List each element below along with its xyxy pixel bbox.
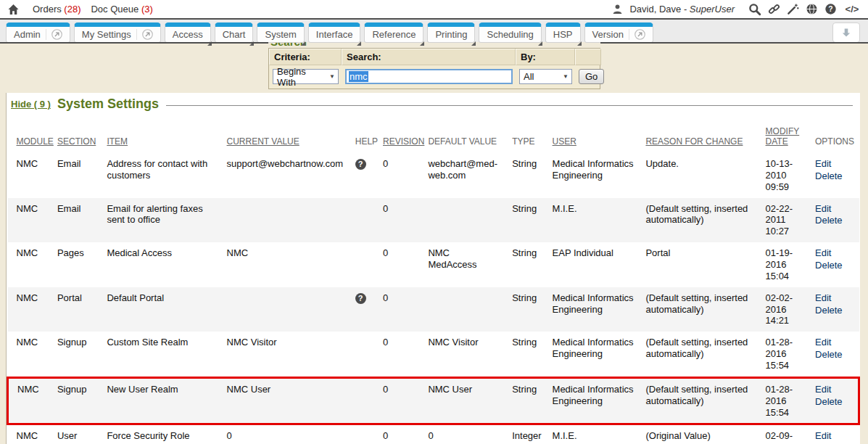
col-header-section[interactable]: SECTION bbox=[57, 116, 107, 153]
cell-user: M.I.E. bbox=[553, 198, 646, 243]
tab-hsp[interactable]: HSP bbox=[545, 22, 581, 43]
search-input[interactable]: nmc bbox=[345, 69, 513, 84]
col-header-reason-for-change[interactable]: REASON FOR CHANGE bbox=[645, 116, 765, 153]
webchart-admin-screen: Orders (28) Doc Queue (3) David, Dave - … bbox=[0, 0, 868, 444]
table-row: NMCUser SecurityForce Security Role000In… bbox=[8, 424, 859, 444]
cell-options: EditDelete bbox=[815, 424, 859, 444]
cell-revision: 0 bbox=[383, 377, 428, 424]
criteria-select[interactable]: Begins With▼ bbox=[273, 69, 339, 84]
delete-link[interactable]: Delete bbox=[815, 170, 853, 182]
cell-user: Medical Informatics Engineering bbox=[553, 332, 646, 377]
tabbar: Admin My Settings Access Chart System In… bbox=[0, 20, 868, 42]
svg-text:?: ? bbox=[828, 5, 832, 13]
cell-default-value bbox=[428, 287, 512, 332]
cell-user: Medical Informatics Engineering bbox=[553, 287, 646, 332]
edit-link[interactable]: Edit bbox=[815, 158, 853, 170]
go-button[interactable]: Go bbox=[579, 69, 604, 84]
cell-current-value: NMC Visitor bbox=[227, 332, 355, 377]
wand-icon[interactable] bbox=[787, 3, 799, 15]
cell-modify-date: 02-09-2010 21:01 bbox=[766, 424, 815, 444]
col-header-modify-date[interactable]: MODIFY DATE bbox=[766, 116, 815, 153]
col-header-user[interactable]: USER bbox=[553, 116, 646, 153]
search-icon[interactable] bbox=[748, 3, 761, 16]
tab-access[interactable]: Access bbox=[165, 22, 211, 43]
tab-my-settings[interactable]: My Settings bbox=[74, 22, 161, 43]
tab-version[interactable]: Version bbox=[584, 22, 653, 43]
edit-link[interactable]: Edit bbox=[815, 292, 853, 304]
cell-item: Email for alerting faxes sent to office bbox=[107, 198, 226, 243]
cell-type: String bbox=[512, 153, 552, 198]
link-icon[interactable] bbox=[768, 3, 780, 15]
user-icon bbox=[612, 4, 623, 15]
tab-admin[interactable]: Admin bbox=[6, 22, 70, 43]
cell-revision: 0 bbox=[383, 242, 428, 287]
cell-modify-date: 01-28-2016 15:54 bbox=[766, 377, 815, 424]
cell-modify-date: 02-22-2011 10:27 bbox=[766, 198, 815, 243]
delete-link[interactable]: Delete bbox=[815, 260, 853, 271]
cell-default-value: NMC User bbox=[428, 377, 512, 424]
home-icon[interactable] bbox=[7, 4, 20, 15]
tab-reference[interactable]: Reference bbox=[364, 22, 423, 43]
delete-link[interactable]: Delete bbox=[815, 305, 853, 316]
cell-current-value: 0 bbox=[227, 424, 355, 444]
orders-count: (28) bbox=[64, 4, 80, 15]
cell-current-value bbox=[227, 287, 355, 332]
cell-type: String bbox=[512, 287, 552, 332]
edit-link[interactable]: Edit bbox=[815, 203, 853, 215]
help-icon[interactable]: ? bbox=[355, 293, 366, 304]
edit-link[interactable]: Edit bbox=[815, 337, 853, 348]
chevron-down-icon: ▼ bbox=[563, 73, 569, 80]
external-link-icon bbox=[46, 29, 62, 40]
table-header-row: MODULESECTIONITEMCURRENT VALUEHELPREVISI… bbox=[8, 116, 859, 153]
table-row: NMCEmailAddress for contact with custome… bbox=[8, 153, 859, 198]
cell-default-value: NMC Visitor bbox=[428, 332, 512, 377]
tab-printing[interactable]: Printing bbox=[427, 22, 475, 43]
cell-help: ? bbox=[355, 153, 383, 198]
hide-link[interactable]: Hide ( 9 ) bbox=[11, 99, 51, 110]
by-select[interactable]: All▼ bbox=[519, 69, 572, 84]
help-icon[interactable]: ? bbox=[355, 159, 366, 170]
cell-reason-for-change: (Default setting, inserted automatically… bbox=[645, 198, 765, 243]
cell-type: String bbox=[512, 377, 552, 424]
collapse-menu-button[interactable] bbox=[832, 22, 860, 43]
cell-reason-for-change: (Default setting, inserted automatically… bbox=[645, 377, 765, 424]
help-icon[interactable]: ? bbox=[824, 3, 837, 15]
cell-item: Custom Site Realm bbox=[107, 332, 226, 377]
delete-link[interactable]: Delete bbox=[815, 215, 853, 226]
delete-link[interactable]: Delete bbox=[815, 396, 852, 408]
system-settings-panel: Hide ( 9 ) System Settings MODULESECTION… bbox=[6, 93, 860, 444]
col-header-item[interactable]: ITEM bbox=[107, 116, 226, 153]
edit-link[interactable]: Edit bbox=[815, 247, 853, 259]
cell-default-value: webchart@med-web.com bbox=[428, 153, 512, 198]
tab-chart[interactable]: Chart bbox=[215, 22, 254, 43]
search-input-value: nmc bbox=[349, 71, 368, 82]
table-row: NMCEmailEmail for alerting faxes sent to… bbox=[8, 198, 859, 243]
doc-queue-link[interactable]: Doc Queue (3) bbox=[91, 4, 152, 15]
tab-strip: Admin My Settings Access Chart System In… bbox=[6, 22, 868, 43]
edit-link[interactable]: Edit bbox=[815, 430, 853, 442]
search-label: Search: bbox=[342, 49, 516, 65]
tab-scheduling[interactable]: Scheduling bbox=[479, 22, 541, 43]
cell-modify-date: 02-02-2016 14:21 bbox=[766, 287, 815, 332]
code-icon[interactable]: </> bbox=[843, 4, 861, 15]
tab-system[interactable]: System bbox=[257, 22, 304, 43]
cell-reason-for-change: (Default setting, inserted automatically… bbox=[645, 287, 765, 332]
col-header-revision[interactable]: REVISION bbox=[383, 116, 428, 153]
cell-reason-for-change: Update. bbox=[645, 153, 765, 198]
orders-link[interactable]: Orders (28) bbox=[33, 4, 80, 15]
col-header-current-value[interactable]: CURRENT VALUE bbox=[227, 116, 355, 153]
delete-link[interactable]: Delete bbox=[815, 349, 853, 361]
cell-section: Portal bbox=[57, 287, 107, 332]
tab-interface[interactable]: Interface bbox=[308, 22, 361, 43]
edit-link[interactable]: Edit bbox=[815, 384, 852, 395]
table-row: NMCPortalDefault Portal?0StringMedical I… bbox=[8, 287, 859, 332]
cell-revision: 0 bbox=[383, 424, 428, 444]
cell-options: EditDelete bbox=[815, 332, 859, 377]
globe-icon[interactable] bbox=[806, 3, 818, 15]
cell-type: Integer bbox=[512, 424, 552, 444]
cell-module: NMC bbox=[8, 153, 57, 198]
col-header-module[interactable]: MODULE bbox=[8, 116, 57, 153]
cell-revision: 0 bbox=[383, 198, 428, 243]
cell-help: ? bbox=[355, 287, 383, 332]
user-role: SuperUser bbox=[690, 4, 735, 15]
